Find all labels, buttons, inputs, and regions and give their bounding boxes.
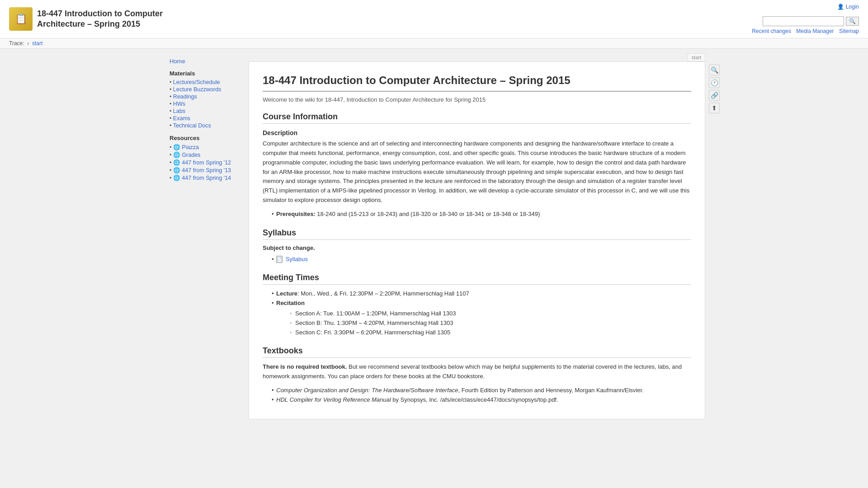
recent-changes-link[interactable]: Recent changes: [752, 28, 791, 34]
sidebar-item-piazza[interactable]: 🌐 Piazza: [170, 143, 242, 151]
sidebar-item-spring12[interactable]: 🌐 447 from Spring '12: [170, 159, 242, 166]
syllabus-heading: Syllabus: [263, 228, 691, 240]
clock-toolbar-icon[interactable]: 🕐: [709, 77, 720, 88]
right-toolbar: 🔍 🕐 🔗 ⬆: [709, 65, 720, 113]
textbooks-list: Computer Organization and Design: The Ha…: [263, 386, 691, 405]
description-body: Computer architecture is the science and…: [263, 139, 691, 205]
site-title-line1: 18-447 Introduction to Computer: [37, 9, 163, 18]
search-button[interactable]: 🔍: [846, 17, 859, 26]
piazza-link[interactable]: Piazza: [182, 144, 199, 150]
sidebar-item-technical-docs[interactable]: Technical Docs: [170, 122, 242, 129]
trace-label: Trace:: [9, 40, 24, 47]
course-info-heading: Course Information: [263, 112, 691, 124]
link-toolbar-icon[interactable]: 🔗: [709, 90, 720, 101]
resources-heading: Resources: [170, 135, 242, 141]
sidebar-item-grades[interactable]: 🌐 Grades: [170, 151, 242, 159]
materials-heading: Materials: [170, 70, 242, 77]
prerequisites-label: Prerequisites:: [276, 211, 316, 217]
textbooks-intro: There is no required textbook. But we re…: [263, 362, 691, 381]
person-icon: 👤: [837, 4, 844, 10]
recitation-sections-list: Section A: Tue. 11:00AM – 1:20PM, Hammer…: [276, 309, 691, 337]
meeting-times-list: Lecture: Mon., Wed., & Fri. 12:30PM – 2:…: [263, 289, 691, 337]
doc-icon: 📄: [276, 256, 283, 263]
logo: 📋: [9, 7, 33, 31]
sidebar-item-lectures-schedule[interactable]: Lectures/Schedule: [170, 79, 242, 86]
layout: Home Materials Lectures/Schedule Lecture…: [163, 53, 705, 419]
media-manager-link[interactable]: Media Manager: [796, 28, 834, 34]
description-heading: Description: [263, 129, 691, 136]
globe-icon-3: 🌐: [173, 160, 182, 166]
lecture-buzzwords-link[interactable]: Lecture Buzzwords: [173, 86, 221, 93]
spring12-link[interactable]: 447 from Spring '12: [182, 160, 231, 166]
sidebar: Home Materials Lectures/Schedule Lecture…: [163, 53, 249, 419]
page-title: 18-447 Introduction to Computer Architec…: [263, 73, 691, 92]
syllabus-list: 📄 Syllabus: [263, 255, 691, 264]
globe-icon: 🌐: [173, 144, 182, 150]
site-title: 18-447 Introduction to Computer Architec…: [37, 9, 163, 30]
meeting-times-heading: Meeting Times: [263, 273, 691, 285]
syllabus-link-item: 📄 Syllabus: [272, 255, 691, 264]
content: 18-447 Introduction to Computer Architec…: [249, 61, 705, 419]
site-title-line2: Architecture – Spring 2015: [37, 19, 140, 28]
sidebar-item-lecture-buzzwords[interactable]: Lecture Buzzwords: [170, 86, 242, 93]
textbook-1-italic: Computer Organization and Design: The Ha…: [276, 387, 458, 394]
technical-docs-link[interactable]: Technical Docs: [173, 122, 211, 129]
sidebar-item-hws[interactable]: HWs: [170, 100, 242, 108]
search-bar: 🔍: [748, 16, 859, 26]
exams-link[interactable]: Exams: [173, 115, 190, 122]
header-right: 👤 Login 🔍 Recent changes Media Manager S…: [748, 4, 859, 34]
textbooks-heading: Textbooks: [263, 346, 691, 358]
header: 📋 18-447 Introduction to Computer Archit…: [0, 0, 868, 38]
grades-link[interactable]: Grades: [182, 152, 200, 158]
sidebar-item-spring13[interactable]: 🌐 447 from Spring '13: [170, 166, 242, 174]
home-link[interactable]: Home: [170, 58, 185, 65]
prerequisites-list: Prerequisites: 18-240 and (15-213 or 18-…: [263, 210, 691, 219]
globe-icon-2: 🌐: [173, 152, 182, 158]
materials-list: Lectures/Schedule Lecture Buzzwords Read…: [170, 79, 242, 129]
spring14-link[interactable]: 447 from Spring '14: [182, 175, 231, 181]
up-toolbar-icon[interactable]: ⬆: [709, 103, 720, 113]
search-toolbar-icon[interactable]: 🔍: [709, 65, 720, 75]
breadcrumb: Trace: › start: [0, 38, 868, 49]
sitemap-link[interactable]: Sitemap: [839, 28, 859, 34]
labs-link[interactable]: Labs: [173, 108, 185, 114]
sidebar-home: Home: [170, 58, 242, 65]
spring13-link[interactable]: 447 from Spring '13: [182, 167, 231, 174]
prerequisites-value: 18-240 and (15-213 or 18-243) and (18-32…: [317, 211, 540, 217]
globe-icon-5: 🌐: [173, 175, 182, 181]
section-a: Section A: Tue. 11:00AM – 1:20PM, Hammer…: [290, 309, 691, 319]
lecture-label: Lecture: [276, 290, 297, 297]
main-wrapper: start 18-447 Introduction to Computer Ar…: [249, 53, 705, 419]
globe-icon-4: 🌐: [173, 167, 182, 174]
textbook-2: HDL Compiler for Verilog Reference Manua…: [272, 395, 691, 405]
breadcrumb-start-link[interactable]: start: [32, 40, 42, 47]
textbook-1: Computer Organization and Design: The Ha…: [272, 386, 691, 395]
lecture-value: : Mon., Wed., & Fri. 12:30PM – 2:20PM, H…: [297, 290, 469, 297]
sidebar-item-spring14[interactable]: 🌐 447 from Spring '14: [170, 174, 242, 182]
section-c: Section C: Fri. 3:30PM – 6:20PM, Hammers…: [290, 328, 691, 338]
start-label: start: [688, 53, 705, 61]
sidebar-item-labs[interactable]: Labs: [170, 108, 242, 115]
section-b: Section B: Thu. 1:30PM – 4:20PM, Hammers…: [290, 319, 691, 328]
header-links: Recent changes Media Manager Sitemap: [748, 28, 859, 34]
sidebar-item-readings[interactable]: Readings: [170, 93, 242, 100]
recitation-label: Recitation: [276, 300, 305, 306]
subject-to-change: Subject to change.: [263, 244, 691, 251]
lecture-item: Lecture: Mon., Wed., & Fri. 12:30PM – 2:…: [272, 289, 691, 299]
no-required-textbook-bold: There is no required textbook.: [263, 363, 347, 370]
site-title-area: 📋 18-447 Introduction to Computer Archit…: [9, 7, 163, 31]
sidebar-item-exams[interactable]: Exams: [170, 115, 242, 122]
textbook-2-rest: by Synopsys, Inc. /afs/ece/class/ece447/…: [391, 396, 558, 403]
readings-link[interactable]: Readings: [173, 94, 197, 100]
login-link[interactable]: Login: [846, 4, 859, 10]
recitation-item: Recitation Section A: Tue. 11:00AM – 1:2…: [272, 299, 691, 337]
textbook-1-rest: , Fourth Edition by Patterson and Hennes…: [458, 387, 643, 394]
textbook-2-italic: HDL Compiler for Verilog Reference Manua…: [276, 396, 391, 403]
welcome-text: Welcome to the wiki for 18-447, Introduc…: [263, 96, 691, 103]
prerequisites-item: Prerequisites: 18-240 and (15-213 or 18-…: [272, 210, 691, 219]
lectures-schedule-link[interactable]: Lectures/Schedule: [173, 79, 220, 85]
resources-list: 🌐 Piazza 🌐 Grades 🌐 447 from Spring '12 …: [170, 143, 242, 182]
syllabus-link[interactable]: Syllabus: [286, 256, 308, 263]
search-input[interactable]: [763, 16, 844, 26]
hws-link[interactable]: HWs: [173, 101, 185, 107]
